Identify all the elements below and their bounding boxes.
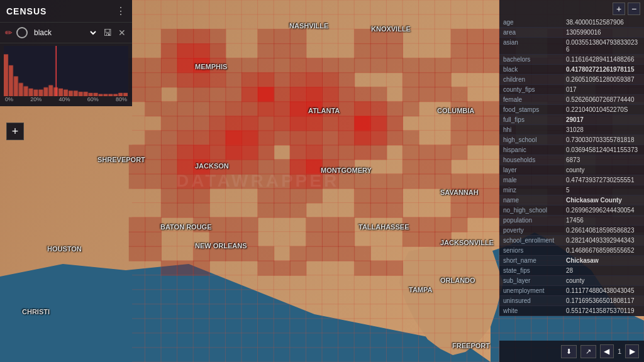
share-button[interactable]: ↗ (580, 345, 596, 358)
axis-label-0: 0% (5, 96, 13, 102)
property-row: households6873 (499, 155, 644, 165)
property-key: asian (499, 38, 562, 55)
left-panel: CENSUS ⋮ ✏ black white hispanic asian 🖫 … (0, 0, 132, 106)
property-key: black (499, 65, 562, 75)
property-row: female0.526260607268774440 (499, 95, 644, 105)
axis-label-3: 60% (87, 96, 99, 102)
property-key: population (499, 216, 562, 226)
bottom-toolbar: ⬇ ↗ ◀ 1 ▶ (499, 341, 644, 362)
zoom-in-button[interactable]: + (613, 3, 625, 15)
property-key: age (499, 18, 562, 28)
property-row: uninsured0.171695366501808117 (499, 296, 644, 306)
layer-draw-icon: ✏ (5, 28, 13, 38)
property-value: 0.417802721261978115 (562, 65, 644, 75)
property-row: bachelors0.116164289411488266 (499, 55, 644, 65)
property-row: area1305990016 (499, 28, 644, 38)
property-key: state_fips (499, 266, 562, 276)
property-key: white (499, 306, 562, 316)
property-row: unemployment0.111774880438043045 (499, 286, 644, 296)
prev-page-button[interactable]: ◀ (600, 344, 614, 358)
property-value: 0.474739372730255551 (562, 175, 644, 185)
property-key: bachelors (499, 55, 562, 65)
property-key: unemployment (499, 286, 562, 296)
property-row: food_stamps0.221040010452270S (499, 105, 644, 115)
property-row: minz5 (499, 185, 644, 195)
property-value: 0.551724135875370119 (562, 306, 644, 316)
next-page-button[interactable]: ▶ (625, 344, 639, 358)
property-row: county_fips017 (499, 85, 644, 95)
property-value: 0.221040010452270S (562, 105, 644, 115)
property-key: high_school (499, 135, 562, 145)
property-value: Chickasaw (562, 256, 644, 266)
property-key: seniors (499, 246, 562, 256)
property-key: county_fips (499, 85, 562, 95)
panel-menu-button[interactable]: ⋮ (116, 5, 126, 17)
property-value: 0.266140818598586823 (562, 226, 644, 236)
property-row: hhi31028 (499, 125, 644, 135)
axis-label-2: 40% (58, 96, 70, 102)
property-value: 6873 (562, 155, 644, 165)
property-value: county (562, 165, 644, 175)
property-value: 0.269962996244430054 (562, 206, 644, 216)
property-key: full_fips (499, 115, 562, 125)
property-row: layercounty (499, 165, 644, 175)
property-row: hispanic0.0369458124041155373 (499, 145, 644, 155)
property-key: name (499, 195, 562, 206)
property-key: minz (499, 185, 562, 195)
property-key: school_enrollment (499, 236, 562, 246)
export-button[interactable]: ⬇ (561, 345, 577, 358)
property-value: 0.146866768598555652 (562, 246, 644, 256)
layer-visibility-toggle[interactable] (16, 27, 28, 38)
property-row: male0.474739372730255551 (499, 175, 644, 185)
property-value: Chickasaw County (562, 195, 644, 206)
histogram-axis: 0% 20% 40% 60% 80% (4, 96, 128, 102)
property-value: 0.111774880438043045 (562, 286, 644, 296)
property-key: layer (499, 165, 562, 175)
histogram-chart (4, 46, 128, 96)
property-key: female (499, 95, 562, 105)
property-value: 28 (562, 266, 644, 276)
property-row: full_fips29017 (499, 115, 644, 125)
property-value: 0.260510951280059387 (562, 75, 644, 85)
property-row: age38.40000152587906 (499, 18, 644, 28)
property-row: no_high_school0.269962996244430054 (499, 206, 644, 216)
layer-save-button[interactable]: 🖫 (102, 26, 113, 39)
property-value: 0.171695366501808117 (562, 296, 644, 306)
property-row: poverty0.266140818598586823 (499, 226, 644, 236)
panel-title: CENSUS (6, 6, 47, 16)
property-row: black0.417802721261978115 (499, 65, 644, 75)
property-key: male (499, 175, 562, 185)
property-row: school_enrollment0.282140493392944343 (499, 236, 644, 246)
zoom-out-button[interactable]: − (628, 3, 640, 15)
histogram-container: 0% 20% 40% 60% 80% (0, 43, 132, 106)
property-value: county (562, 276, 644, 286)
property-row: short_nameChickasaw (499, 256, 644, 266)
right-panel: + − age38.40000152587906area1305990016as… (499, 0, 644, 316)
property-key: area (499, 28, 562, 38)
property-row: white0.551724135875370119 (499, 306, 644, 316)
layer-close-button[interactable]: ✕ (117, 26, 127, 39)
property-key: uninsured (499, 296, 562, 306)
property-value: 29017 (562, 115, 644, 125)
property-row: state_fips28 (499, 266, 644, 276)
property-value: 0.526260607268774440 (562, 95, 644, 105)
property-key: sub_layer (499, 276, 562, 286)
property-key: children (499, 75, 562, 85)
property-value: 017 (562, 85, 644, 95)
property-key: poverty (499, 226, 562, 236)
property-value: 0.00355138047938330236 (562, 38, 644, 55)
layer-select[interactable]: black white hispanic asian (31, 28, 98, 38)
property-key: households (499, 155, 562, 165)
property-key: food_stamps (499, 105, 562, 115)
add-layer-button[interactable]: + (6, 123, 24, 140)
property-key: short_name (499, 256, 562, 266)
properties-table: age38.40000152587906area1305990016asian0… (499, 18, 644, 316)
property-value: 1305990016 (562, 28, 644, 38)
property-row: asian0.00355138047938330236 (499, 38, 644, 55)
property-row: population17456 (499, 216, 644, 226)
property-value: 0.0369458124041155373 (562, 145, 644, 155)
property-key: no_high_school (499, 206, 562, 216)
property-value: 17456 (562, 216, 644, 226)
property-value: 31028 (562, 125, 644, 135)
property-value: 38.40000152587906 (562, 18, 644, 28)
